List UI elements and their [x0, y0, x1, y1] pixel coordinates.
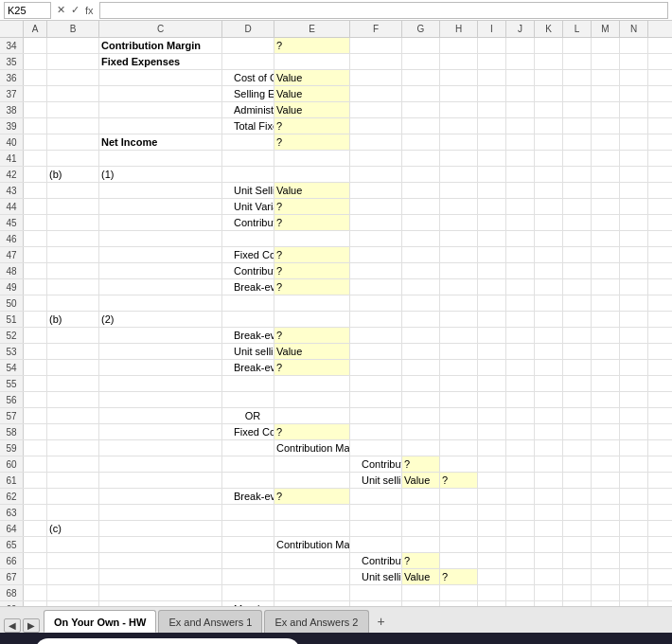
cell-b63[interactable] — [47, 505, 99, 520]
cell-l34[interactable] — [563, 38, 592, 53]
cell-g54[interactable] — [402, 360, 440, 375]
col-header-k[interactable]: K — [535, 21, 563, 37]
cell-c69[interactable] — [99, 601, 222, 606]
cell-h63[interactable] — [440, 505, 478, 520]
cell-h65[interactable] — [440, 537, 478, 552]
cell-n68[interactable] — [620, 585, 648, 600]
cell-f47[interactable] — [350, 247, 402, 262]
cell-a49[interactable] — [24, 279, 47, 295]
cell-f35[interactable] — [350, 54, 402, 69]
cell-c39[interactable] — [99, 118, 222, 134]
cell-j49[interactable] — [506, 279, 535, 295]
cell-l48[interactable] — [563, 263, 592, 278]
cell-h59[interactable] — [440, 440, 478, 456]
cell-i39[interactable] — [478, 118, 506, 134]
cell-b58[interactable] — [47, 424, 99, 439]
cell-l50[interactable] — [563, 295, 592, 311]
cell-n64[interactable] — [620, 521, 648, 536]
cell-h54[interactable] — [440, 360, 478, 375]
cell-f50[interactable] — [350, 295, 402, 311]
cell-j37[interactable] — [506, 86, 535, 101]
cell-a51[interactable] — [24, 312, 47, 327]
cell-n54[interactable] — [620, 360, 648, 375]
cell-i47[interactable] — [478, 247, 506, 262]
cell-d51[interactable] — [222, 312, 274, 327]
cell-g37[interactable] — [402, 86, 440, 101]
col-header-e[interactable]: E — [274, 21, 350, 37]
cell-h58[interactable] — [440, 424, 478, 439]
cell-i58[interactable] — [478, 424, 506, 439]
cell-m58[interactable] — [592, 424, 620, 439]
cell-k38[interactable] — [535, 102, 563, 117]
cell-b68[interactable] — [47, 585, 99, 600]
cell-e38[interactable]: Value — [274, 102, 350, 117]
cell-l36[interactable] — [563, 70, 592, 85]
cell-b66[interactable] — [47, 553, 99, 568]
cell-j65[interactable] — [506, 537, 535, 552]
cell-e37[interactable]: Value — [274, 86, 350, 101]
cell-h61[interactable]: ? — [440, 473, 478, 488]
cell-a55[interactable] — [24, 376, 47, 391]
cell-b35[interactable] — [47, 54, 99, 69]
cell-m64[interactable] — [592, 521, 620, 536]
cell-m63[interactable] — [592, 505, 620, 520]
cell-k67[interactable] — [535, 569, 563, 584]
cell-e36[interactable]: Value — [274, 70, 350, 85]
cell-k40[interactable] — [535, 134, 563, 150]
col-header-h[interactable]: H — [440, 21, 478, 37]
cell-e52[interactable]: ? — [274, 328, 350, 343]
cell-c52[interactable] — [99, 328, 222, 343]
cell-e65[interactable]: Contribution Margin Ratio — [274, 537, 350, 552]
cell-f65[interactable] — [350, 537, 402, 552]
cell-h39[interactable] — [440, 118, 478, 134]
cell-n67[interactable] — [620, 569, 648, 584]
cell-j46[interactable] — [506, 231, 535, 246]
table-row[interactable]: 35Fixed Expenses — [0, 54, 672, 70]
cell-n37[interactable] — [620, 86, 648, 101]
cell-f61[interactable]: Unit selling price — [350, 473, 402, 488]
cell-m59[interactable] — [592, 440, 620, 456]
cell-g45[interactable] — [402, 215, 440, 230]
cell-a69[interactable] — [24, 601, 47, 606]
cell-n47[interactable] — [620, 247, 648, 262]
table-row[interactable]: 64(c) — [0, 521, 672, 537]
cell-e47[interactable]: ? — [274, 247, 350, 262]
cell-d50[interactable] — [222, 295, 274, 311]
cell-b54[interactable] — [47, 360, 99, 375]
cell-e44[interactable]: ? — [274, 199, 350, 214]
cell-m67[interactable] — [592, 569, 620, 584]
cell-a57[interactable] — [24, 408, 47, 423]
cell-i68[interactable] — [478, 585, 506, 600]
cell-d58[interactable]: Fixed Costs — [222, 424, 274, 439]
cell-c47[interactable] — [99, 247, 222, 262]
cell-m50[interactable] — [592, 295, 620, 311]
cell-l49[interactable] — [563, 279, 592, 295]
cell-l41[interactable] — [563, 151, 592, 166]
cell-l42[interactable] — [563, 167, 592, 182]
table-row[interactable]: 36Cost of Goods SoldValue — [0, 70, 672, 86]
cell-f69[interactable] — [350, 601, 402, 606]
cell-n57[interactable] — [620, 408, 648, 423]
table-row[interactable]: 69Margin of Safety Ratio — [0, 601, 672, 606]
cell-c43[interactable] — [99, 183, 222, 198]
cell-b62[interactable] — [47, 489, 99, 504]
cell-h51[interactable] — [440, 312, 478, 327]
cell-i36[interactable] — [478, 70, 506, 85]
cell-f38[interactable] — [350, 102, 402, 117]
cell-c35[interactable]: Fixed Expenses — [99, 54, 222, 69]
col-header-j[interactable]: J — [506, 21, 535, 37]
cell-m48[interactable] — [592, 263, 620, 278]
cell-m69[interactable] — [592, 601, 620, 606]
cell-reference-input[interactable]: K25 — [4, 2, 51, 19]
cell-j34[interactable] — [506, 38, 535, 53]
cell-j39[interactable] — [506, 118, 535, 134]
cell-d59[interactable] — [222, 440, 274, 456]
cell-i63[interactable] — [478, 505, 506, 520]
table-row[interactable]: 56 — [0, 392, 672, 408]
cell-l54[interactable] — [563, 360, 592, 375]
cell-d61[interactable] — [222, 473, 274, 488]
cell-k47[interactable] — [535, 247, 563, 262]
cell-k45[interactable] — [535, 215, 563, 230]
cell-h56[interactable] — [440, 392, 478, 407]
cell-k42[interactable] — [535, 167, 563, 182]
